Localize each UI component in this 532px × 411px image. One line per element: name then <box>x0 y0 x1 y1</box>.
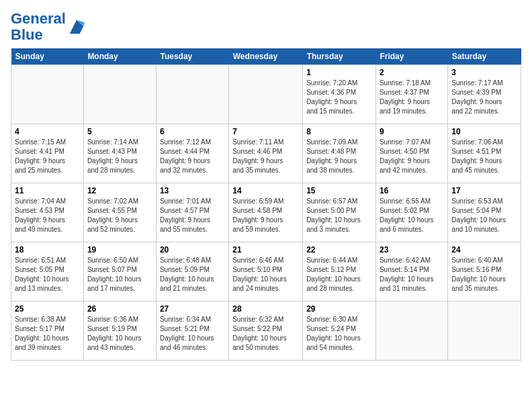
day-info: Sunrise: 6:59 AMSunset: 4:58 PMDaylight:… <box>232 197 299 234</box>
day-number: 4 <box>15 127 80 136</box>
column-header-thursday: Thursday <box>303 48 376 65</box>
day-number: 23 <box>380 245 444 255</box>
calendar-cell: 18Sunrise: 6:51 AMSunset: 5:05 PMDayligh… <box>11 242 84 302</box>
calendar-cell: 14Sunrise: 6:59 AMSunset: 4:58 PMDayligh… <box>229 183 303 242</box>
day-number: 10 <box>451 127 517 136</box>
day-number: 21 <box>232 245 299 255</box>
day-info: Sunrise: 7:09 AMSunset: 4:48 PMDaylight:… <box>306 138 372 175</box>
day-info: Sunrise: 7:14 AMSunset: 4:43 PMDaylight:… <box>87 138 152 175</box>
day-info: Sunrise: 7:04 AMSunset: 4:53 PMDaylight:… <box>15 197 80 234</box>
calendar-cell: 7Sunrise: 7:11 AMSunset: 4:46 PMDaylight… <box>229 124 303 183</box>
day-info: Sunrise: 6:57 AMSunset: 5:00 PMDaylight:… <box>306 197 372 234</box>
calendar-cell: 26Sunrise: 6:36 AMSunset: 5:19 PMDayligh… <box>83 302 156 361</box>
day-number: 9 <box>380 127 444 136</box>
day-number: 11 <box>15 186 80 195</box>
calendar-cell: 13Sunrise: 7:01 AMSunset: 4:57 PMDayligh… <box>156 183 228 242</box>
calendar-cell: 3Sunrise: 7:17 AMSunset: 4:39 PMDaylight… <box>448 65 521 124</box>
calendar-cell: 9Sunrise: 7:07 AMSunset: 4:50 PMDaylight… <box>375 124 447 183</box>
calendar-cell: 21Sunrise: 6:46 AMSunset: 5:10 PMDayligh… <box>229 242 303 302</box>
day-info: Sunrise: 7:01 AMSunset: 4:57 PMDaylight:… <box>160 197 225 234</box>
day-number: 13 <box>160 186 225 195</box>
calendar-cell: 15Sunrise: 6:57 AMSunset: 5:00 PMDayligh… <box>303 183 376 242</box>
day-info: Sunrise: 7:17 AMSunset: 4:39 PMDaylight:… <box>451 79 517 116</box>
column-header-monday: Monday <box>83 48 156 65</box>
day-number: 24 <box>451 245 517 255</box>
day-number: 7 <box>232 127 299 136</box>
calendar-cell: 23Sunrise: 6:42 AMSunset: 5:14 PMDayligh… <box>375 242 447 302</box>
day-info: Sunrise: 7:18 AMSunset: 4:37 PMDaylight:… <box>380 79 444 116</box>
day-info: Sunrise: 7:07 AMSunset: 4:50 PMDaylight:… <box>380 138 444 175</box>
day-info: Sunrise: 7:15 AMSunset: 4:41 PMDaylight:… <box>15 138 80 175</box>
day-info: Sunrise: 6:38 AMSunset: 5:17 PMDaylight:… <box>15 315 80 353</box>
logo-text: GeneralBlue <box>11 11 66 43</box>
calendar-cell: 4Sunrise: 7:15 AMSunset: 4:41 PMDaylight… <box>11 124 84 183</box>
calendar-cell: 12Sunrise: 7:02 AMSunset: 4:55 PMDayligh… <box>83 183 156 242</box>
calendar-cell: 10Sunrise: 7:06 AMSunset: 4:51 PMDayligh… <box>448 124 521 183</box>
day-number: 29 <box>306 304 372 314</box>
calendar-cell: 28Sunrise: 6:32 AMSunset: 5:22 PMDayligh… <box>229 302 303 361</box>
column-header-saturday: Saturday <box>448 48 521 65</box>
day-number: 20 <box>160 245 225 255</box>
day-info: Sunrise: 6:32 AMSunset: 5:22 PMDaylight:… <box>232 315 299 353</box>
calendar-cell: 6Sunrise: 7:12 AMSunset: 4:44 PMDaylight… <box>156 124 228 183</box>
day-info: Sunrise: 7:11 AMSunset: 4:46 PMDaylight:… <box>232 138 299 175</box>
day-info: Sunrise: 7:02 AMSunset: 4:55 PMDaylight:… <box>87 197 152 234</box>
column-header-friday: Friday <box>375 48 447 65</box>
day-info: Sunrise: 6:30 AMSunset: 5:24 PMDaylight:… <box>306 315 372 353</box>
week-row-3: 11Sunrise: 7:04 AMSunset: 4:53 PMDayligh… <box>11 183 521 242</box>
week-row-1: 1Sunrise: 7:20 AMSunset: 4:36 PMDaylight… <box>11 65 521 124</box>
calendar-cell: 19Sunrise: 6:50 AMSunset: 5:07 PMDayligh… <box>83 242 156 302</box>
logo-icon <box>67 17 86 36</box>
day-info: Sunrise: 6:48 AMSunset: 5:09 PMDaylight:… <box>160 256 225 293</box>
day-number: 27 <box>160 304 225 314</box>
calendar-cell: 11Sunrise: 7:04 AMSunset: 4:53 PMDayligh… <box>11 183 84 242</box>
week-row-2: 4Sunrise: 7:15 AMSunset: 4:41 PMDaylight… <box>11 124 521 183</box>
day-number: 14 <box>232 186 299 195</box>
day-info: Sunrise: 6:46 AMSunset: 5:10 PMDaylight:… <box>232 256 299 293</box>
calendar-cell: 22Sunrise: 6:44 AMSunset: 5:12 PMDayligh… <box>303 242 376 302</box>
day-number: 12 <box>87 186 152 195</box>
day-number: 16 <box>380 186 444 195</box>
calendar-table: SundayMondayTuesdayWednesdayThursdayFrid… <box>11 48 521 361</box>
day-info: Sunrise: 6:53 AMSunset: 5:04 PMDaylight:… <box>451 197 517 234</box>
column-header-tuesday: Tuesday <box>156 48 228 65</box>
day-number: 26 <box>87 304 152 314</box>
calendar-cell <box>156 65 228 124</box>
day-info: Sunrise: 6:34 AMSunset: 5:21 PMDaylight:… <box>160 315 225 353</box>
day-info: Sunrise: 7:06 AMSunset: 4:51 PMDaylight:… <box>451 138 517 175</box>
day-number: 18 <box>15 245 80 255</box>
day-number: 28 <box>232 304 299 314</box>
day-info: Sunrise: 7:12 AMSunset: 4:44 PMDaylight:… <box>160 138 225 175</box>
day-number: 8 <box>306 127 372 136</box>
day-info: Sunrise: 6:36 AMSunset: 5:19 PMDaylight:… <box>87 315 152 353</box>
day-info: Sunrise: 6:50 AMSunset: 5:07 PMDaylight:… <box>87 256 152 293</box>
day-number: 6 <box>160 127 225 136</box>
calendar-cell <box>229 65 303 124</box>
day-number: 15 <box>306 186 372 195</box>
day-number: 3 <box>451 68 517 77</box>
day-info: Sunrise: 6:40 AMSunset: 5:16 PMDaylight:… <box>451 256 517 293</box>
calendar-cell: 29Sunrise: 6:30 AMSunset: 5:24 PMDayligh… <box>303 302 376 361</box>
week-row-4: 18Sunrise: 6:51 AMSunset: 5:05 PMDayligh… <box>11 242 521 302</box>
calendar-cell: 5Sunrise: 7:14 AMSunset: 4:43 PMDaylight… <box>83 124 156 183</box>
calendar-cell <box>83 65 156 124</box>
day-number: 22 <box>306 245 372 255</box>
calendar-cell: 17Sunrise: 6:53 AMSunset: 5:04 PMDayligh… <box>448 183 521 242</box>
calendar-cell: 8Sunrise: 7:09 AMSunset: 4:48 PMDaylight… <box>303 124 376 183</box>
day-info: Sunrise: 6:55 AMSunset: 5:02 PMDaylight:… <box>380 197 444 234</box>
calendar-cell: 25Sunrise: 6:38 AMSunset: 5:17 PMDayligh… <box>11 302 84 361</box>
column-header-sunday: Sunday <box>11 48 84 65</box>
logo: GeneralBlue <box>11 11 86 43</box>
calendar-cell: 16Sunrise: 6:55 AMSunset: 5:02 PMDayligh… <box>375 183 447 242</box>
day-info: Sunrise: 6:44 AMSunset: 5:12 PMDaylight:… <box>306 256 372 293</box>
day-number: 19 <box>87 245 152 255</box>
day-number: 2 <box>380 68 444 77</box>
calendar-cell: 1Sunrise: 7:20 AMSunset: 4:36 PMDaylight… <box>303 65 376 124</box>
calendar-cell: 27Sunrise: 6:34 AMSunset: 5:21 PMDayligh… <box>156 302 228 361</box>
calendar-cell: 24Sunrise: 6:40 AMSunset: 5:16 PMDayligh… <box>448 242 521 302</box>
day-number: 5 <box>87 127 152 136</box>
page-header: GeneralBlue <box>11 11 521 43</box>
calendar-cell: 20Sunrise: 6:48 AMSunset: 5:09 PMDayligh… <box>156 242 228 302</box>
calendar-cell: 2Sunrise: 7:18 AMSunset: 4:37 PMDaylight… <box>375 65 447 124</box>
week-row-5: 25Sunrise: 6:38 AMSunset: 5:17 PMDayligh… <box>11 302 521 361</box>
